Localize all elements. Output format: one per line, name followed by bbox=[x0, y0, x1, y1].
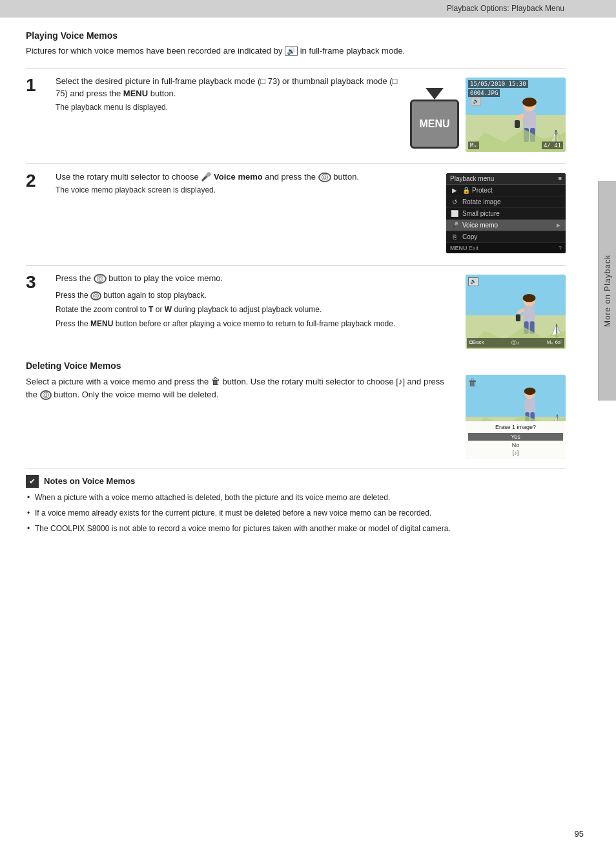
step-1-row: 1 Select the desired picture in full-fra… bbox=[26, 68, 566, 152]
menu-item-protect: ▶ 🔒 Protect bbox=[446, 185, 566, 196]
protect-sub-icon: 🔒 bbox=[462, 187, 470, 194]
step-1-text: Select the desired picture in full-frame… bbox=[56, 75, 400, 100]
menu-keyword: MENU bbox=[123, 89, 148, 98]
notes-check-icon: ✔ bbox=[26, 475, 39, 488]
screen1-datetime: 15/05/2010 15:30 bbox=[468, 80, 528, 88]
deleting-text: Select a picture with a voice memo and p… bbox=[26, 375, 453, 401]
sound-option: [♪] bbox=[468, 450, 563, 456]
menu-button-label: MENU bbox=[419, 118, 449, 130]
menu-keyword2: MENU bbox=[90, 319, 113, 328]
section2-title: Deleting Voice Memos bbox=[26, 361, 566, 371]
ok-icon-delete: Ⓞ bbox=[40, 390, 52, 400]
side-tab-label: More on Playback bbox=[603, 255, 612, 327]
screen1-quality: Mₓ bbox=[468, 142, 479, 149]
menu-footer-label: MENU Exit bbox=[450, 245, 478, 251]
page-header: Playback Options: Playback Menu bbox=[0, 0, 616, 17]
menu-header-title: Playback menu bbox=[450, 175, 494, 182]
counter-control: Mₓ 6s∶ bbox=[547, 339, 562, 346]
step-3-content: Press the Ⓞ button to play the voice mem… bbox=[56, 272, 455, 333]
note-item-2: If a voice memo already exists for the c… bbox=[26, 507, 566, 519]
ok-button-ref2: Ⓞ bbox=[94, 274, 107, 284]
playback-memo-icon: 🔊 bbox=[468, 277, 478, 286]
voice-memo-keyword: Voice memo bbox=[214, 172, 263, 182]
section1-intro: Pictures for which voice memos have been… bbox=[26, 45, 566, 58]
step-1-content: Select the desired picture in full-frame… bbox=[56, 75, 400, 112]
voice-memo-arrow-icon: ► bbox=[555, 222, 562, 229]
svg-rect-26 bbox=[524, 398, 535, 413]
sub-note-2: Rotate the zoom control to T or W during… bbox=[56, 304, 455, 315]
step-2-note: The voice memo playback screen is displa… bbox=[56, 185, 436, 194]
back-control: ◘Back bbox=[469, 339, 484, 346]
copy-icon: ⎘ bbox=[450, 233, 459, 240]
ok-icon-inline: Ⓞ bbox=[90, 291, 101, 300]
t-key: T bbox=[149, 305, 153, 314]
svg-point-13 bbox=[523, 293, 536, 302]
note-item-1: When a picture with a voice memo attache… bbox=[26, 492, 566, 503]
notes-title: Notes on Voice Memos bbox=[44, 476, 135, 486]
deleting-content: Select a picture with a voice memo and p… bbox=[26, 375, 566, 459]
ok-button-ref: Ⓞ bbox=[318, 173, 331, 182]
copy-label: Copy bbox=[462, 233, 477, 240]
yes-option: Yes bbox=[468, 433, 563, 441]
menu-item-copy: ⎘ Copy bbox=[446, 231, 566, 243]
main-content: Playing Voice Memos Pictures for which v… bbox=[0, 17, 598, 551]
note-item-3: The COOLPIX S8000 is not able to record … bbox=[26, 523, 566, 534]
delete-display: 🗑 bbox=[466, 375, 566, 459]
menu-item-voice-memo: 🎤 Voice memo ► bbox=[446, 220, 566, 231]
svg-point-25 bbox=[524, 387, 536, 394]
delete-screen-wrapper: 🗑 bbox=[466, 375, 566, 459]
step-3-sub-notes: Press the Ⓞ button again to stop playbac… bbox=[56, 289, 455, 330]
step-3-screen: 🔊 bbox=[466, 275, 566, 349]
sub-note-1: Press the Ⓞ button again to stop playbac… bbox=[56, 289, 455, 301]
side-tab: More on Playback bbox=[598, 181, 616, 401]
deleting-section: Deleting Voice Memos Select a picture wi… bbox=[26, 361, 566, 459]
voice-memo-icon: 🎤 bbox=[450, 222, 459, 229]
small-picture-icon: ⬜ bbox=[450, 210, 459, 217]
down-arrow-icon bbox=[426, 88, 444, 100]
step-3-text: Press the Ⓞ button to play the voice mem… bbox=[56, 272, 455, 285]
notes-header: ✔ Notes on Voice Memos bbox=[26, 475, 566, 488]
step-1-images: MENU 15/05/2010 15:30 0004.JPG 🔊 bbox=[410, 75, 566, 152]
step-2-text: Use the rotary multi selector to choose … bbox=[56, 171, 436, 183]
rotate-label: Rotate image bbox=[462, 198, 500, 205]
menu-help-icon: ? bbox=[559, 245, 562, 251]
menu-display: Playback menu ■ ▶ 🔒 Protect ↺ Rotate ima… bbox=[446, 173, 566, 253]
step-3-number: 3 bbox=[26, 273, 49, 291]
notes-section: ✔ Notes on Voice Memos When a picture wi… bbox=[26, 468, 566, 534]
notes-list: When a picture with a voice memo attache… bbox=[26, 492, 566, 534]
svg-point-1 bbox=[522, 98, 537, 107]
playback-display: 🔊 bbox=[466, 275, 566, 349]
delete-overlay: Erase 1 image? Yes No [♪] bbox=[466, 421, 566, 459]
step-2-menu-screen: Playback menu ■ ▶ 🔒 Protect ↺ Rotate ima… bbox=[446, 173, 566, 253]
play-control: Ⓞ♪ bbox=[511, 339, 519, 346]
voice-memo-label: Voice memo bbox=[462, 222, 498, 229]
sub-note-3: Press the MENU button before or after pl… bbox=[56, 318, 455, 330]
trash-icon: 🗑 bbox=[211, 376, 220, 386]
protect-icon: ▶ bbox=[450, 187, 459, 194]
small-picture-label: Small picture bbox=[462, 210, 500, 217]
erase-title: Erase 1 image? bbox=[468, 424, 563, 430]
camera-screen-1: 15/05/2010 15:30 0004.JPG 🔊 bbox=[466, 78, 566, 152]
svg-rect-14 bbox=[524, 306, 535, 322]
screen1-counter: 4/ 41 bbox=[542, 142, 563, 149]
page-number: 95 bbox=[575, 829, 584, 839]
w-key: W bbox=[165, 305, 172, 314]
trash-corner-icon: 🗑 bbox=[468, 377, 477, 388]
step-1-number: 1 bbox=[26, 76, 49, 94]
menu-button-illus: MENU bbox=[410, 100, 459, 149]
step-2-content: Use the rotary multi selector to choose … bbox=[56, 171, 436, 195]
screen1-display: 15/05/2010 15:30 0004.JPG 🔊 bbox=[466, 78, 566, 152]
no-option: No bbox=[468, 442, 563, 448]
step-2-number: 2 bbox=[26, 172, 49, 190]
menu-item-small-picture: ⬜ Small picture bbox=[446, 208, 566, 220]
screen1-filename: 0004.JPG bbox=[468, 89, 500, 97]
step-1-note: The playback menu is displayed. bbox=[56, 103, 400, 112]
step-3-row: 3 Press the Ⓞ button to play the voice m… bbox=[26, 265, 566, 349]
playback-controls-bar: ◘Back Ⓞ♪ Mₓ 6s∶ bbox=[467, 338, 564, 348]
menu-footer: MENU Exit ? bbox=[446, 243, 566, 253]
rotate-icon: ↺ bbox=[450, 198, 459, 205]
section1-title: Playing Voice Memos bbox=[26, 30, 566, 41]
header-title: Playback Options: Playback Menu bbox=[447, 4, 564, 13]
step-2-row: 2 Use the rotary multi selector to choos… bbox=[26, 163, 566, 253]
svg-rect-16 bbox=[516, 314, 520, 321]
